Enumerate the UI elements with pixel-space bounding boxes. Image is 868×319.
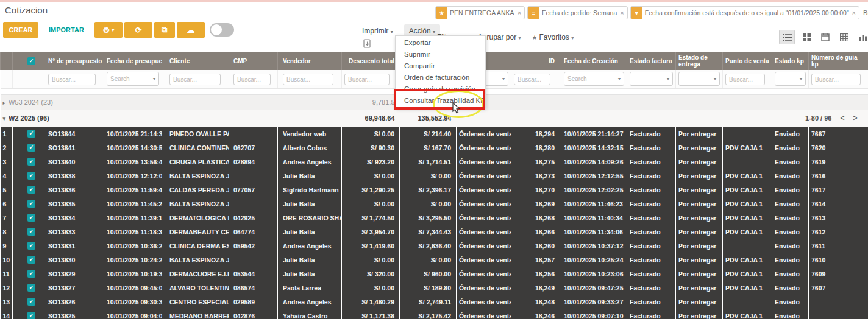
calendar-view-icon[interactable] (818, 30, 833, 44)
filter-select-date[interactable]: Search▾ (107, 72, 159, 86)
row-checkbox[interactable]: ✓ (27, 186, 35, 194)
column-header-descuento[interactable]: Descuento total (342, 52, 400, 70)
column-header-guia[interactable]: Número de guia kp (809, 52, 868, 70)
row-checkbox[interactable]: ✓ (27, 130, 35, 138)
table-row[interactable]: 7✓SO1383410/01/2025 11:39:18DERMATOLOGIC… (1, 211, 868, 225)
group-label[interactable]: ▸W53 2024 (23) (1, 94, 342, 110)
cell-select: ✓ (13, 169, 44, 183)
pager-prev-icon[interactable]: < (840, 114, 844, 122)
facet-remove-icon[interactable]: × (852, 9, 859, 16)
pivot-view-icon[interactable] (837, 30, 852, 44)
favoritos-menu[interactable]: ★Favoritos ▾ (532, 33, 574, 41)
column-header-pdv[interactable]: Punto de venta (723, 52, 772, 70)
cell-cmp: 042925 (229, 211, 278, 225)
report-file-icon[interactable] (363, 39, 371, 48)
row-checkbox[interactable]: ✓ (27, 284, 35, 292)
duplicate-button[interactable]: ⧉ (154, 22, 175, 38)
table-row[interactable]: 4✓SO1383810/01/2025 12:12:04BALTA ESPINO… (1, 169, 868, 183)
column-header-creacion[interactable]: Fecha de Creación (561, 52, 627, 70)
row-checkbox[interactable]: ✓ (27, 214, 35, 222)
column-header-name[interactable]: N° de presupuesto (44, 52, 104, 70)
filter-input-pdv[interactable] (725, 74, 765, 85)
pager-next-icon[interactable]: > (853, 114, 857, 122)
column-header-date[interactable]: Fecha de presupuesto (104, 52, 162, 70)
row-checkbox[interactable]: ✓ (27, 270, 35, 278)
filter-input-id[interactable] (514, 74, 550, 85)
star-icon: ★ (532, 34, 538, 41)
table-row[interactable]: 5✓SO1383610/01/2025 11:59:45CALDAS PERED… (1, 183, 868, 197)
column-header-cliente[interactable]: Cliente (162, 52, 229, 70)
table-row[interactable]: 14✓SO1382510/01/2025 09:04:08MEDRANO BAR… (1, 309, 868, 319)
search-facet[interactable]: ≡Fecha de pedido: Semana× (527, 6, 628, 19)
crear-button[interactable]: CREAR (3, 22, 38, 38)
filter-input-cmp[interactable] (233, 74, 271, 85)
table-row[interactable]: 12✓SO1382710/01/2025 09:45:05ALVARO TOLE… (1, 281, 868, 295)
search-facet[interactable]: ▼Fecha confirmación está después de o es… (630, 6, 859, 19)
filter-input-vendedor[interactable] (283, 74, 333, 85)
filter-input-descuento[interactable] (344, 74, 390, 85)
cell-total: S/ 0.00 (400, 169, 457, 183)
filter-input-cliente[interactable] (169, 74, 221, 85)
table-row[interactable]: 10✓SO1383010/01/2025 10:24:26BALTA ESPIN… (1, 253, 868, 267)
cloud-download-button[interactable]: ☁ (177, 22, 205, 38)
filter-select-kp[interactable]: ▾ (775, 72, 806, 86)
search-facet[interactable]: ★PEN ENTREGA ANKA× (435, 6, 525, 19)
table-row[interactable]: 8✓SO1383310/01/2025 11:18:32DERMABEAUTY … (1, 225, 868, 239)
table-row[interactable]: 13✓SO1382610/01/2025 09:30:35CENTRO ESPE… (1, 295, 868, 309)
row-checkbox[interactable]: ✓ (27, 200, 35, 208)
action-menu-item[interactable]: Orden de facturación (396, 72, 485, 83)
group-label[interactable]: ▾W2 2025 (96) (1, 110, 342, 127)
refresh-button[interactable]: ⟳ (124, 22, 152, 38)
table-row[interactable]: 9✓SO1383110/01/2025 10:36:25CLINICA DERM… (1, 239, 868, 253)
table-row[interactable]: 6✓SO1383510/01/2025 11:45:21BALTA ESPINO… (1, 197, 868, 211)
row-checkbox[interactable]: ✓ (27, 228, 35, 236)
row-checkbox[interactable]: ✓ (27, 312, 35, 319)
column-header-entrega[interactable]: Estado de entrega (676, 52, 723, 70)
row-checkbox[interactable]: ✓ (27, 144, 35, 152)
table-row[interactable]: 1✓SO1384410/01/2025 21:14:31PINEDO OVALL… (1, 127, 868, 141)
row-checkbox[interactable]: ✓ (27, 298, 35, 306)
column-header-kp[interactable]: Estado kp (772, 52, 809, 70)
cell-index: 5 (1, 183, 13, 197)
cell-estado: Órdenes de venta (457, 295, 511, 309)
kanban-view-icon[interactable] (799, 30, 814, 44)
action-menu-item[interactable]: Suprimir (396, 49, 485, 60)
row-checkbox[interactable]: ✓ (27, 242, 35, 250)
column-header-select[interactable]: ✓ (13, 52, 44, 70)
graph-view-icon[interactable] (856, 30, 868, 44)
column-header-cmp[interactable]: CMP (229, 52, 278, 70)
column-header-label: Número de guia kp (811, 54, 858, 68)
column-header-vendedor[interactable]: Vendedor (278, 52, 342, 70)
cell-descuento: S/ 0.00 (342, 197, 400, 211)
table-row[interactable]: 2✓SO1384110/01/2025 14:30:56CLINICA CONT… (1, 141, 868, 155)
gear-button[interactable]: ⚙▾ (94, 22, 123, 38)
search-input[interactable] (862, 9, 868, 17)
table-row[interactable]: 3✓SO1384010/01/2025 13:56:40CIRUGIA PLAS… (1, 155, 868, 169)
imprimir-menu[interactable]: Imprimir ▾ (357, 24, 398, 38)
select-all-checkbox[interactable]: ✓ (27, 57, 35, 65)
cell-kp: Enviado (772, 281, 809, 295)
column-header-id[interactable]: ID (511, 52, 561, 70)
cell-creacion: 10/01/2025 09:07:10 (561, 309, 627, 319)
filter-select-factura[interactable]: ▾ (630, 72, 673, 86)
facet-remove-icon[interactable]: × (517, 9, 524, 16)
action-menu-item[interactable]: Compartir (396, 60, 485, 72)
table-row[interactable]: 11✓SO1382910/01/2025 10:19:34DERMACUORE … (1, 267, 868, 281)
cell-pdv: PDV CAJA 1 (723, 197, 772, 211)
group-row[interactable]: ▾W2 2025 (96)69,948.64135,552.941-80 / 9… (1, 110, 868, 127)
row-checkbox[interactable]: ✓ (27, 256, 35, 264)
filter-select-entrega[interactable]: ▾ (678, 72, 720, 86)
filter-select-creacion[interactable]: Search▾ (564, 72, 624, 86)
row-checkbox[interactable]: ✓ (27, 172, 35, 180)
column-header-factura[interactable]: Estado factura (627, 52, 676, 70)
facet-remove-icon[interactable]: × (619, 9, 627, 16)
row-checkbox[interactable]: ✓ (27, 158, 35, 166)
list-view-icon[interactable] (779, 30, 795, 44)
filter-input-guia[interactable] (811, 74, 861, 85)
cell-index: 4 (1, 169, 13, 183)
action-menu-item[interactable]: Exportar (396, 37, 485, 49)
toggle-switch[interactable] (210, 23, 234, 37)
column-header-index[interactable] (1, 52, 13, 70)
filter-input-name[interactable] (48, 74, 96, 85)
importar-button[interactable]: IMPORTAR (40, 26, 93, 33)
